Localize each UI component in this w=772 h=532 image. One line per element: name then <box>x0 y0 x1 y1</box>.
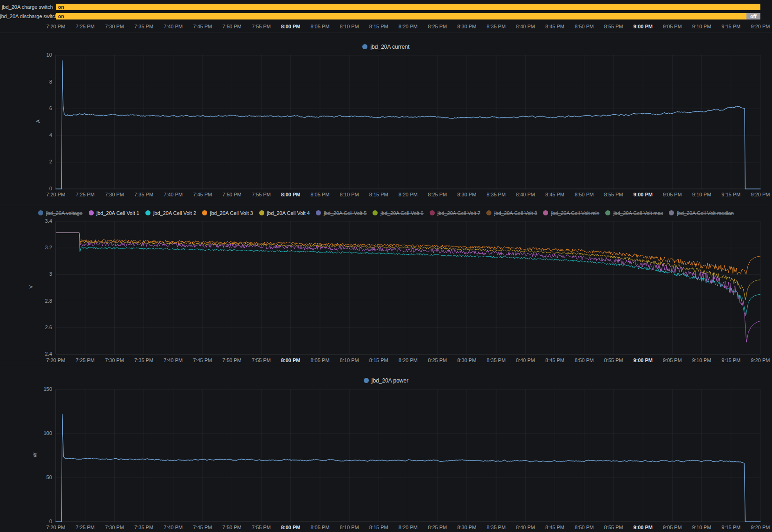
time-tick-label: 9:20 PM <box>746 24 772 29</box>
time-tick-label: 7:20 PM <box>42 192 70 197</box>
time-tick-label: 7:20 PM <box>42 24 70 29</box>
time-tick-label: 8:40 PM <box>511 525 539 530</box>
time-tick-label: 8:15 PM <box>365 357 393 363</box>
time-tick-label: 9:05 PM <box>658 192 686 197</box>
grafana-dashboard: jbd_20A charge switchonjbd_20A discharge… <box>0 0 772 532</box>
time-tick-label: 7:55 PM <box>248 525 275 530</box>
state-timeline-row: jbd_20A discharge switchonoff <box>0 13 772 19</box>
time-tick-label: 8:05 PM <box>306 525 334 530</box>
time-tick-label: 9:05 PM <box>658 357 686 363</box>
y-axis-unit-label: W <box>32 452 38 457</box>
time-tick-label: 9:10 PM <box>688 24 716 29</box>
time-tick-label: 7:30 PM <box>100 192 128 197</box>
time-tick-label: 7:25 PM <box>71 192 99 197</box>
time-tick-label: 9:00 PM <box>629 192 657 197</box>
state-timeline-row-label: jbd_20A discharge switch <box>0 13 53 19</box>
time-tick-label: 8:45 PM <box>541 525 569 530</box>
time-tick-label: 9:15 PM <box>717 192 745 197</box>
time-tick-label: 8:25 PM <box>424 525 451 530</box>
time-tick-label: 7:20 PM <box>42 525 70 530</box>
current-chart-canvas <box>0 33 772 206</box>
power-chart-canvas <box>0 366 772 532</box>
time-tick-label: 9:15 PM <box>717 24 745 29</box>
time-tick-label: 8:05 PM <box>306 357 334 363</box>
time-tick-label: 8:50 PM <box>570 525 598 530</box>
time-tick-label: 8:55 PM <box>600 24 628 29</box>
time-tick-label: 7:25 PM <box>71 525 99 530</box>
time-tick-label: 8:35 PM <box>482 192 510 197</box>
time-tick-label: 9:05 PM <box>658 24 686 29</box>
time-tick-label: 8:10 PM <box>335 525 363 530</box>
time-tick-label: 8:20 PM <box>394 24 422 29</box>
time-tick-label: 8:00 PM <box>277 24 305 29</box>
time-tick-label: 9:20 PM <box>746 525 772 530</box>
time-tick-label: 8:45 PM <box>541 357 569 363</box>
time-tick-label: 8:10 PM <box>335 24 363 29</box>
y-axis-unit-label: A <box>35 119 41 123</box>
y-axis-unit-label: V <box>28 285 33 288</box>
time-tick-label: 7:55 PM <box>248 192 275 197</box>
time-tick-label: 7:55 PM <box>248 357 275 363</box>
time-tick-label: 8:50 PM <box>570 192 598 197</box>
time-tick-label: 8:20 PM <box>394 357 422 363</box>
time-tick-label: 7:50 PM <box>218 24 246 29</box>
time-tick-label: 8:40 PM <box>511 192 539 197</box>
time-tick-label: 8:00 PM <box>277 525 305 530</box>
time-tick-label: 7:45 PM <box>189 357 216 363</box>
time-tick-label: 7:25 PM <box>71 357 99 363</box>
time-tick-label: 8:35 PM <box>482 525 510 530</box>
time-tick-label: 7:50 PM <box>218 192 246 197</box>
time-tick-label: 7:35 PM <box>130 192 158 197</box>
time-tick-label: 8:25 PM <box>424 192 451 197</box>
time-tick-label: 7:55 PM <box>248 24 275 29</box>
state-timeline-row-label: jbd_20A charge switch <box>0 4 53 10</box>
time-tick-label: 8:35 PM <box>482 24 510 29</box>
time-tick-label: 8:50 PM <box>570 357 598 363</box>
time-tick-label: 9:10 PM <box>688 525 716 530</box>
time-tick-label: 8:05 PM <box>306 192 334 197</box>
time-tick-label: 8:25 PM <box>424 357 451 363</box>
power-chart-panel: jbd_20A power 0501001507:20 PM7:25 PM7:3… <box>0 366 772 532</box>
time-tick-label: 8:30 PM <box>453 357 481 363</box>
time-tick-label: 9:15 PM <box>717 357 745 363</box>
time-tick-label: 7:30 PM <box>100 525 128 530</box>
time-tick-label: 7:20 PM <box>42 357 70 363</box>
time-tick-label: 7:45 PM <box>189 525 216 530</box>
time-tick-label: 8:45 PM <box>541 192 569 197</box>
time-tick-label: 7:35 PM <box>130 24 158 29</box>
time-tick-label: 8:50 PM <box>570 24 598 29</box>
state-timeline-row: jbd_20A charge switchon <box>0 4 772 10</box>
time-tick-label: 8:20 PM <box>394 525 422 530</box>
current-chart-panel: jbd_20A current 02468107:20 PM7:25 PM7:3… <box>0 32 772 206</box>
time-tick-label: 8:40 PM <box>511 357 539 363</box>
time-tick-label: 8:40 PM <box>511 24 539 29</box>
time-tick-label: 9:20 PM <box>746 192 772 197</box>
time-tick-label: 7:45 PM <box>189 192 216 197</box>
voltage-chart-canvas <box>0 206 772 366</box>
state-segment-on: on <box>56 4 760 10</box>
time-tick-label: 8:55 PM <box>600 192 628 197</box>
time-tick-label: 8:30 PM <box>453 192 481 197</box>
time-tick-label: 8:15 PM <box>365 192 393 197</box>
time-tick-label: 7:40 PM <box>159 525 187 530</box>
time-tick-label: 8:55 PM <box>600 525 628 530</box>
time-tick-label: 9:10 PM <box>688 357 716 363</box>
time-tick-label: 9:10 PM <box>688 192 716 197</box>
state-timeline-panel: jbd_20A charge switchonjbd_20A discharge… <box>0 0 772 32</box>
time-tick-label: 7:35 PM <box>130 357 158 363</box>
time-tick-label: 8:00 PM <box>277 357 305 363</box>
time-tick-label: 7:35 PM <box>130 525 158 530</box>
time-tick-label: 8:15 PM <box>365 525 393 530</box>
time-tick-label: 7:45 PM <box>189 24 216 29</box>
time-tick-label: 8:25 PM <box>424 24 451 29</box>
time-tick-label: 7:30 PM <box>100 24 128 29</box>
time-tick-label: 8:00 PM <box>277 192 305 197</box>
state-segment-off: off <box>746 13 760 19</box>
time-tick-label: 7:25 PM <box>71 24 99 29</box>
time-tick-label: 9:15 PM <box>717 525 745 530</box>
time-tick-label: 8:55 PM <box>600 357 628 363</box>
time-tick-label: 9:00 PM <box>629 525 657 530</box>
time-tick-label: 7:40 PM <box>159 192 187 197</box>
time-tick-label: 9:20 PM <box>746 357 772 363</box>
time-tick-label: 7:30 PM <box>100 357 128 363</box>
